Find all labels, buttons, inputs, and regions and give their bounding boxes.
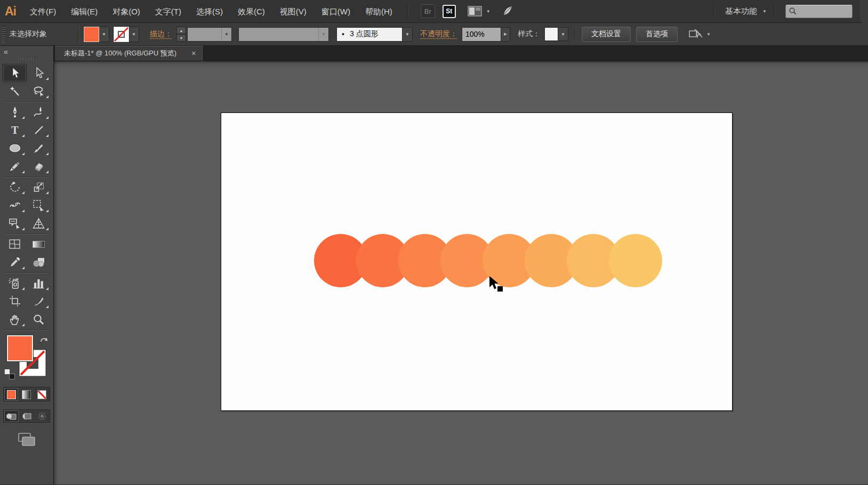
tool-magic-wand[interactable] [3,82,27,100]
tool-symbol-sprayer[interactable] [3,274,27,292]
tool-hand[interactable] [3,310,27,328]
menubar-separator [407,4,408,19]
gpu-performance-icon[interactable] [501,5,514,18]
swap-fill-stroke-icon[interactable] [39,336,49,346]
tool-perspective-grid[interactable] [27,214,51,232]
workspace-caret-icon[interactable]: ▼ [762,9,767,14]
tool-slice[interactable] [27,292,51,310]
stroke-color-dropdown[interactable]: ▼ [129,27,139,42]
select-similar-group: ▼ [688,28,713,40]
control-bar-grip[interactable] [2,26,5,43]
tool-gradient[interactable] [27,235,51,253]
tool-eyedropper[interactable] [3,253,27,271]
tool-width[interactable] [3,196,27,214]
menu-items: 文件(F)编辑(E)对象(O)文字(T)选择(S)效果(C)视图(V)窗口(W)… [22,0,400,23]
tool-pencil[interactable] [3,157,27,175]
stroke-weight-caret-icon[interactable]: ▼ [221,28,231,41]
stock-button[interactable]: St [443,5,456,18]
tool-lasso[interactable] [27,82,51,100]
brush-definition-combo[interactable]: • 3 点圆形 [336,27,403,42]
menu-item[interactable]: 视图(V) [272,0,314,23]
style-dropdown[interactable]: ▼ [558,27,568,41]
tool-blend[interactable] [27,253,51,271]
tool-mesh[interactable] [3,235,27,253]
canvas-viewport[interactable] [54,61,868,484]
tool-paintbrush[interactable] [27,139,51,157]
document-tab[interactable]: 未标题-1* @ 100% (RGB/GPU 预览) × [54,46,204,61]
menu-item[interactable]: 文件(F) [22,0,63,23]
style-label: 样式： [518,29,540,39]
tool-direct-selection[interactable] [27,64,51,82]
opacity-dropdown[interactable]: ▶ [501,27,510,42]
stroke-panel-link[interactable]: 描边： [150,29,172,39]
draw-normal-button[interactable] [4,410,19,422]
screen-mode-button[interactable] [15,432,38,450]
menu-item[interactable]: 编辑(E) [63,0,105,23]
tool-zoom[interactable] [27,310,51,328]
tool-group-divider [4,233,49,234]
tab-close-icon[interactable]: × [191,50,196,57]
select-similar-caret-icon[interactable]: ▼ [706,32,711,37]
fill-color-dropdown[interactable]: ▼ [99,27,109,42]
tool-free-transform[interactable] [27,196,51,214]
tool-curvature[interactable] [27,103,51,121]
menu-item[interactable]: 文字(T) [148,0,189,23]
tool-selection[interactable] [3,64,27,82]
paint-gradient-button[interactable] [20,388,34,401]
bridge-button[interactable]: Br [421,4,435,18]
app-logo: Ai [5,4,16,19]
tool-column-graph[interactable] [27,274,51,292]
collapse-panel-icon[interactable]: « [4,48,8,55]
tool-scale[interactable] [27,178,51,196]
fill-stroke-indicator [3,334,50,381]
menu-item[interactable]: 窗口(W) [314,0,358,23]
stroke-color-swatch[interactable] [114,27,129,42]
menubar-separator [774,4,775,19]
tool-rotate[interactable] [3,178,27,196]
tool-artboard[interactable] [3,292,27,310]
stroke-weight-stepper[interactable]: ▲ ▼ [176,27,186,42]
draw-behind-button[interactable] [19,410,34,422]
menu-item[interactable]: 选择(S) [189,0,230,23]
search-input[interactable] [785,5,853,18]
arrange-documents-caret-icon[interactable]: ▼ [486,9,491,14]
default-fill-stroke-icon[interactable] [4,369,15,379]
paint-color-button[interactable] [4,388,18,401]
tool-ellipse[interactable] [3,139,27,157]
control-separator [78,26,78,42]
preferences-button[interactable]: 首选项 [636,27,678,42]
workspace-switcher[interactable]: 基本功能 [725,6,757,17]
brush-definition-dropdown[interactable]: ▼ [403,27,413,42]
arrange-documents-icon[interactable] [468,6,482,17]
fill-color-swatch[interactable] [84,27,99,42]
artboard[interactable] [221,112,733,411]
document-setup-button[interactable]: 文档设置 [582,27,631,42]
tool-grid: T [3,64,51,331]
stepper-up-icon[interactable]: ▲ [176,27,186,34]
selection-status: 未选择对象 [10,29,73,39]
paint-none-button[interactable] [35,388,49,401]
panel-grip[interactable] [19,58,35,60]
stepper-down-icon[interactable]: ▼ [176,34,186,42]
gradient-circle-8[interactable] [609,234,662,287]
width-profile-combo[interactable]: ▼ [238,27,329,42]
tool-pen[interactable] [3,103,27,121]
menu-item[interactable]: 效果(C) [230,0,272,23]
tool-eraser[interactable] [27,157,51,175]
tool-shape-builder[interactable] [3,214,27,232]
select-similar-icon[interactable] [688,28,703,40]
style-swatch[interactable] [544,27,558,41]
opacity-input[interactable]: 100% [462,27,501,42]
menu-item[interactable]: 帮助(H) [358,0,400,23]
fill-proxy[interactable] [7,335,33,361]
canvas-column: 未标题-1* @ 100% (RGB/GPU 预览) × [54,46,868,484]
menubar-separator [714,4,714,19]
tool-group-divider [4,329,49,330]
tool-group-divider [4,101,49,102]
tool-type[interactable]: T [3,121,27,139]
opacity-panel-link[interactable]: 不透明度： [420,29,457,39]
stroke-weight-combo[interactable]: ▼ [187,27,232,42]
mouse-cursor-modifier-square [497,286,503,292]
menu-item[interactable]: 对象(O) [105,0,148,23]
tool-line-segment[interactable] [27,121,51,139]
